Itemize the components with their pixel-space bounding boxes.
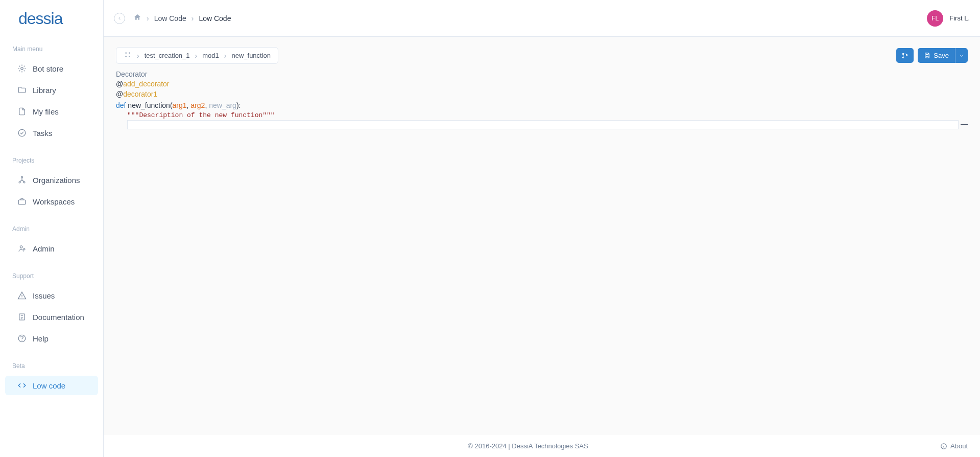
sidebar-item-label: Workspaces	[33, 197, 75, 206]
nav-section-support: Support Issues Documentation Help	[0, 264, 103, 354]
sidebar-item-label: My files	[33, 107, 59, 116]
branch-button[interactable]	[896, 48, 914, 63]
footer-about-link[interactable]: About	[940, 442, 968, 450]
docstring-row: """Description of the new function"""	[116, 111, 968, 119]
logo[interactable]: dessia	[0, 0, 103, 37]
svg-point-1	[18, 129, 26, 136]
editor-row: —	[116, 119, 968, 129]
briefcase-icon	[17, 197, 27, 206]
nav-heading-admin: Admin	[0, 221, 103, 237]
svg-point-3	[19, 181, 20, 183]
sidebar-item-admin[interactable]: Admin	[5, 239, 98, 258]
sidebar-item-label: Issues	[33, 291, 55, 300]
about-label: About	[950, 442, 968, 450]
admin-icon	[17, 244, 27, 253]
sidebar-item-bot-store[interactable]: Bot store	[5, 59, 98, 78]
save-button[interactable]: Save	[918, 48, 955, 63]
nav-section-admin: Admin Admin	[0, 217, 103, 264]
decorator-line-1[interactable]: @add_decorator	[116, 79, 968, 89]
code-editor-line[interactable]	[127, 120, 959, 129]
nav-heading-projects: Projects	[0, 153, 103, 168]
sidebar-item-my-files[interactable]: My files	[5, 102, 98, 121]
sidebar: dessia Main menu Bot store Library My fi…	[0, 0, 104, 457]
chevron-right-icon: ›	[192, 14, 194, 22]
breadcrumb-test-creation[interactable]: test_creation_1	[145, 52, 190, 59]
svg-point-6	[20, 246, 22, 248]
nav-heading-main: Main menu	[0, 41, 103, 57]
topbar-right: FL First L.	[927, 10, 970, 27]
sidebar-item-label: Admin	[33, 244, 55, 253]
home-icon[interactable]	[133, 13, 141, 23]
nav-heading-support: Support	[0, 268, 103, 284]
decorator-line-2[interactable]: @decorator1	[116, 89, 968, 100]
decorator-name: add_decorator	[123, 80, 169, 88]
content-header: › test_creation_1 › mod1 › new_function …	[116, 47, 968, 64]
svg-point-0	[21, 67, 23, 70]
breadcrumb-mod1[interactable]: mod1	[202, 52, 219, 59]
sidebar-item-workspaces[interactable]: Workspaces	[5, 192, 98, 211]
sidebar-item-issues[interactable]: Issues	[5, 286, 98, 305]
svg-point-12	[125, 56, 127, 57]
check-circle-icon	[17, 128, 27, 138]
content: › test_creation_1 › mod1 › new_function …	[104, 37, 980, 435]
chevron-right-icon: ›	[137, 52, 139, 60]
sidebar-item-documentation[interactable]: Documentation	[5, 307, 98, 327]
nav-section-beta: Beta Low code	[0, 354, 103, 401]
sidebar-item-label: Organizations	[33, 176, 80, 185]
sidebar-item-label: Help	[33, 334, 49, 343]
sidebar-item-tasks[interactable]: Tasks	[5, 123, 98, 143]
svg-point-2	[21, 176, 23, 178]
logo-text: dessia	[18, 9, 63, 28]
footer-copyright: © 2016-2024 | DessiA Technologies SAS	[116, 442, 940, 450]
bot-icon	[17, 64, 27, 73]
username: First L.	[949, 14, 970, 22]
nav-heading-beta: Beta	[0, 358, 103, 374]
save-dropdown-button[interactable]	[955, 48, 968, 63]
svg-point-10	[125, 52, 127, 54]
close-paren: ):	[236, 101, 241, 109]
arg-1: arg1	[173, 101, 187, 109]
main: › Low Code › Low Code FL First L. › test…	[104, 0, 980, 457]
topbar: › Low Code › Low Code FL First L.	[104, 0, 980, 37]
svg-point-15	[903, 57, 904, 58]
docstring[interactable]: """Description of the new function"""	[116, 111, 275, 119]
save-button-group: Save	[918, 48, 968, 63]
svg-rect-5	[18, 200, 26, 204]
sidebar-item-low-code[interactable]: Low code	[5, 376, 98, 395]
help-icon	[17, 334, 27, 343]
avatar[interactable]: FL	[927, 10, 943, 27]
breadcrumb-item-2[interactable]: Low Code	[199, 14, 231, 22]
footer: © 2016-2024 | DessiA Technologies SAS Ab…	[104, 435, 980, 457]
arg-2: arg2	[190, 101, 205, 109]
breadcrumb-new-function[interactable]: new_function	[231, 52, 271, 59]
sidebar-item-help[interactable]: Help	[5, 329, 98, 348]
nav-section-projects: Projects Organizations Workspaces	[0, 149, 103, 217]
collapse-sidebar-button[interactable]	[114, 13, 125, 24]
decorator-name: decorator1	[123, 90, 157, 98]
svg-point-11	[129, 52, 130, 54]
file-icon	[17, 107, 27, 116]
save-button-label: Save	[934, 52, 949, 59]
comma: ,	[205, 101, 209, 109]
code-icon	[17, 381, 27, 390]
sidebar-item-label: Documentation	[33, 313, 84, 322]
function-signature[interactable]: def new_function(arg1, arg2, new_arg):	[116, 101, 968, 109]
svg-point-7	[23, 248, 25, 250]
sidebar-item-library[interactable]: Library	[5, 80, 98, 100]
collapse-handle[interactable]: —	[961, 120, 968, 128]
svg-point-4	[23, 181, 25, 183]
chevron-right-icon: ›	[147, 14, 149, 22]
arg-3: new_arg	[209, 101, 236, 109]
function-name: new_function	[128, 101, 170, 109]
chevron-right-icon: ›	[224, 52, 227, 60]
top-breadcrumb: › Low Code › Low Code	[133, 13, 231, 23]
code-panel: Decorator @add_decorator @decorator1 def…	[116, 70, 968, 129]
breadcrumb-item-1[interactable]: Low Code	[154, 14, 186, 22]
module-icon	[124, 51, 132, 60]
at-symbol: @	[116, 90, 123, 98]
def-keyword: def	[116, 101, 126, 109]
sidebar-item-organizations[interactable]: Organizations	[5, 170, 98, 190]
chevron-right-icon: ›	[195, 52, 198, 60]
header-actions: Save	[896, 48, 968, 63]
nav-section-main: Main menu Bot store Library My files Tas…	[0, 37, 103, 149]
